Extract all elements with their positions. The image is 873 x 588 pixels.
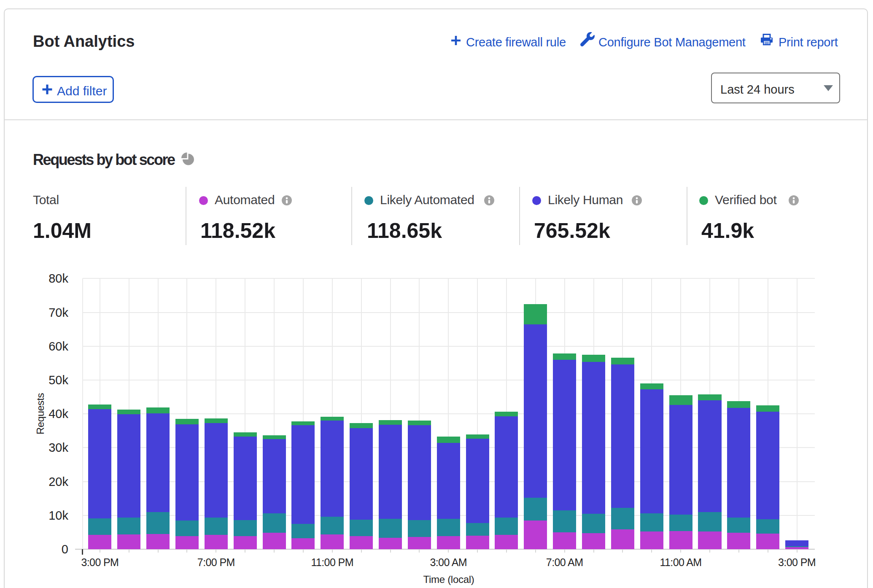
svg-text:7:00 PM: 7:00 PM [197, 556, 235, 568]
svg-text:Time (local): Time (local) [423, 574, 474, 585]
svg-text:60k: 60k [48, 340, 68, 353]
svg-text:11:00 AM: 11:00 AM [660, 556, 702, 568]
svg-text:50k: 50k [48, 373, 68, 387]
svg-text:10k: 10k [48, 509, 68, 522]
svg-text:30k: 30k [48, 441, 68, 454]
svg-text:Requests: Requests [35, 393, 46, 435]
svg-text:3:00 PM: 3:00 PM [81, 556, 119, 568]
svg-text:7:00 AM: 7:00 AM [546, 556, 583, 568]
svg-text:3:00 PM: 3:00 PM [778, 556, 816, 568]
svg-text:20k: 20k [48, 475, 68, 488]
svg-text:11:00 PM: 11:00 PM [311, 556, 353, 568]
svg-text:70k: 70k [48, 306, 68, 319]
svg-text:0: 0 [62, 542, 68, 556]
svg-text:40k: 40k [48, 407, 68, 421]
svg-text:80k: 80k [48, 272, 68, 285]
svg-text:3:00 AM: 3:00 AM [430, 556, 467, 568]
